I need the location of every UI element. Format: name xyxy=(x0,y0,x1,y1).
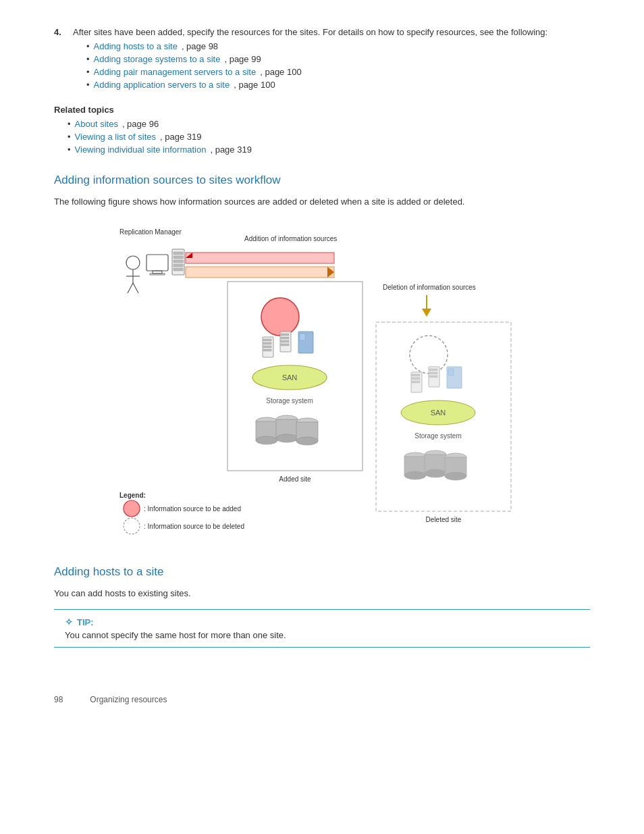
svg-text:: Information source to be del: : Information source to be deleted xyxy=(144,523,244,530)
rt-3: Viewing individual site information, pag… xyxy=(68,145,590,155)
svg-point-41 xyxy=(276,434,298,442)
tip-box: ✧ TIP: You cannot specify the same host … xyxy=(54,609,590,648)
step-bullets: Adding hosts to a site, page 98 Adding s… xyxy=(86,41,590,90)
page-content: 4. After sites have been added, specify … xyxy=(0,0,644,745)
bullet-3-suffix: , page 100 xyxy=(260,67,301,77)
svg-rect-30 xyxy=(281,344,289,346)
link-adding-pair[interactable]: Adding pair management servers to a site xyxy=(94,67,257,77)
svg-point-75 xyxy=(124,500,140,517)
svg-point-38 xyxy=(256,436,277,444)
tip-title: TIP: xyxy=(77,617,94,627)
rt-3-suffix: , page 319 xyxy=(210,145,251,155)
bullet-2: Adding storage systems to a site, page 9… xyxy=(86,54,590,64)
bullet-4-suffix: , page 100 xyxy=(234,80,275,90)
svg-marker-48 xyxy=(422,309,431,317)
step-text: After sites have been added, specify the… xyxy=(73,27,547,37)
related-topics-title: Related topics xyxy=(54,105,590,115)
bullet-2-suffix: , page 99 xyxy=(224,54,261,64)
svg-rect-22 xyxy=(263,339,271,341)
link-viewing-list[interactable]: Viewing a list of sites xyxy=(75,132,156,142)
page-footer: 98 Organizing resources xyxy=(54,688,590,704)
svg-rect-60 xyxy=(448,369,454,375)
rt-1: About sites, page 96 xyxy=(68,119,590,129)
related-topics-list: About sites, page 96 Viewing a list of s… xyxy=(68,119,590,155)
bullet-4: Adding application servers to a site, pa… xyxy=(86,80,590,90)
svg-rect-11 xyxy=(173,260,183,263)
related-topics: Related topics About sites, page 96 View… xyxy=(54,105,590,155)
rt-1-suffix: , page 96 xyxy=(122,119,159,129)
svg-rect-56 xyxy=(429,369,437,371)
link-adding-hosts[interactable]: Adding hosts to a site xyxy=(94,41,178,51)
workflow-diagram: Replication Manager Addition of informat… xyxy=(54,222,590,546)
link-adding-storage[interactable]: Adding storage systems to a site xyxy=(94,54,221,64)
svg-point-77 xyxy=(124,518,140,534)
svg-rect-10 xyxy=(173,256,183,259)
bullet-1: Adding hosts to a site, page 98 xyxy=(86,41,590,51)
tip-icon: ✧ xyxy=(65,617,73,627)
svg-rect-52 xyxy=(412,374,420,376)
step-content: After sites have been added, specify the… xyxy=(73,27,590,94)
svg-rect-6 xyxy=(153,271,162,273)
page-number: 98 xyxy=(54,695,63,704)
svg-text:Deleted site: Deleted site xyxy=(426,516,462,523)
svg-rect-58 xyxy=(429,375,437,377)
section1-heading: Adding information sources to sites work… xyxy=(54,174,590,187)
link-viewing-individual[interactable]: Viewing individual site information xyxy=(75,145,207,155)
rt-2: Viewing a list of sites, page 319 xyxy=(68,132,590,142)
svg-rect-29 xyxy=(281,340,289,342)
replication-manager-label: Replication Manager xyxy=(119,228,182,236)
svg-point-72 xyxy=(445,472,466,480)
svg-rect-5 xyxy=(146,255,168,271)
svg-text:Addition of information source: Addition of information sources xyxy=(244,235,337,242)
svg-text:Deletion of information source: Deletion of information sources xyxy=(383,284,476,291)
svg-rect-53 xyxy=(412,377,420,380)
step-number: 4. xyxy=(54,27,68,94)
svg-rect-7 xyxy=(150,273,165,275)
svg-text:Legend:: Legend: xyxy=(119,492,146,499)
svg-rect-54 xyxy=(412,381,420,383)
svg-line-4 xyxy=(133,283,138,293)
svg-rect-25 xyxy=(263,349,271,351)
svg-point-0 xyxy=(126,256,140,269)
section2-heading: Adding hosts to a site xyxy=(54,565,590,579)
svg-point-20 xyxy=(261,298,299,336)
svg-point-66 xyxy=(404,471,426,479)
tip-label: ✧ TIP: xyxy=(65,617,579,627)
footer-section-title: Organizing resources xyxy=(90,695,167,704)
svg-text:SAN: SAN xyxy=(282,373,298,382)
bullet-3: Adding pair management servers to a site… xyxy=(86,67,590,77)
link-adding-app[interactable]: Adding application servers to a site xyxy=(94,80,230,90)
svg-point-44 xyxy=(296,437,318,445)
svg-rect-32 xyxy=(300,334,305,340)
diagram-svg: Replication Manager Addition of informat… xyxy=(113,222,531,546)
step-4: 4. After sites have been added, specify … xyxy=(54,27,590,94)
svg-rect-13 xyxy=(173,268,183,271)
svg-line-3 xyxy=(128,283,133,293)
svg-text:Added site: Added site xyxy=(279,475,311,483)
svg-text:Storage system: Storage system xyxy=(414,432,461,440)
svg-rect-57 xyxy=(429,372,437,374)
svg-rect-28 xyxy=(281,337,289,339)
rt-2-suffix: , page 319 xyxy=(160,132,201,142)
section1-body: The following figure shows how informati… xyxy=(54,195,590,209)
svg-text:SAN: SAN xyxy=(431,409,446,417)
section2-body: You can add hosts to existing sites. xyxy=(54,587,590,600)
svg-rect-12 xyxy=(173,264,183,267)
svg-rect-15 xyxy=(186,253,334,263)
link-about-sites[interactable]: About sites xyxy=(75,119,118,129)
svg-rect-17 xyxy=(186,267,334,278)
bullet-1-suffix: , page 98 xyxy=(182,41,218,51)
svg-rect-27 xyxy=(281,334,289,336)
svg-rect-23 xyxy=(263,342,271,344)
svg-text:: Information source to be add: : Information source to be added xyxy=(144,505,241,513)
svg-text:Storage system: Storage system xyxy=(266,397,313,405)
tip-text: You cannot specify the same host for mor… xyxy=(65,630,579,640)
svg-point-69 xyxy=(425,469,446,477)
svg-rect-24 xyxy=(263,346,271,348)
svg-rect-9 xyxy=(173,252,183,255)
